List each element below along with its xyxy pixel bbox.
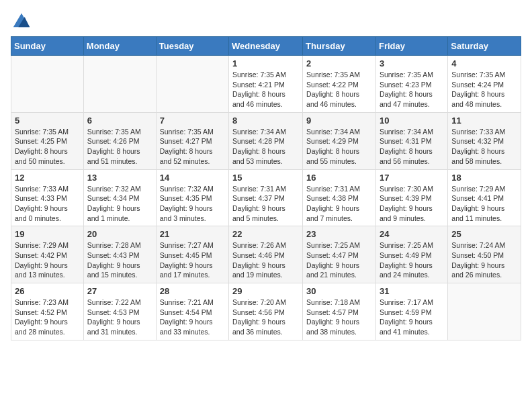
day-number: 24: [380, 229, 444, 239]
day-info: Sunrise: 7:35 AM Sunset: 4:27 PM Dayligh…: [160, 127, 225, 167]
day-info: Sunrise: 7:33 AM Sunset: 4:32 PM Dayligh…: [451, 127, 517, 167]
week-row-2: 5Sunrise: 7:35 AM Sunset: 4:25 PM Daylig…: [11, 112, 521, 169]
day-number: 19: [15, 229, 80, 239]
day-cell: 9Sunrise: 7:34 AM Sunset: 4:29 PM Daylig…: [303, 112, 376, 169]
day-number: 14: [160, 173, 225, 183]
day-header-tuesday: Tuesday: [156, 37, 228, 56]
day-cell: 29Sunrise: 7:20 AM Sunset: 4:56 PM Dayli…: [229, 283, 303, 340]
week-row-1: 1Sunrise: 7:35 AM Sunset: 4:21 PM Daylig…: [11, 56, 521, 113]
day-info: Sunrise: 7:18 AM Sunset: 4:57 PM Dayligh…: [306, 298, 372, 337]
day-info: Sunrise: 7:30 AM Sunset: 4:39 PM Dayligh…: [380, 184, 444, 224]
day-number: 29: [232, 286, 299, 296]
day-header-monday: Monday: [83, 37, 156, 56]
day-cell: 14Sunrise: 7:32 AM Sunset: 4:35 PM Dayli…: [156, 169, 228, 226]
day-cell: [448, 283, 521, 340]
day-number: 25: [451, 229, 517, 239]
day-cell: 26Sunrise: 7:23 AM Sunset: 4:52 PM Dayli…: [11, 283, 84, 340]
day-number: 21: [160, 229, 225, 239]
day-cell: 4Sunrise: 7:35 AM Sunset: 4:24 PM Daylig…: [448, 56, 521, 113]
day-info: Sunrise: 7:27 AM Sunset: 4:45 PM Dayligh…: [160, 240, 225, 280]
day-number: 30: [306, 286, 372, 296]
day-info: Sunrise: 7:17 AM Sunset: 4:59 PM Dayligh…: [380, 298, 444, 337]
day-info: Sunrise: 7:29 AM Sunset: 4:42 PM Dayligh…: [15, 240, 80, 280]
day-info: Sunrise: 7:34 AM Sunset: 4:29 PM Dayligh…: [306, 127, 372, 167]
day-number: 20: [87, 229, 152, 239]
day-header-sunday: Sunday: [11, 37, 84, 56]
day-info: Sunrise: 7:35 AM Sunset: 4:22 PM Dayligh…: [306, 70, 372, 109]
day-info: Sunrise: 7:34 AM Sunset: 4:31 PM Dayligh…: [380, 127, 444, 167]
day-number: 8: [232, 116, 299, 126]
day-cell: [83, 56, 156, 113]
day-cell: 6Sunrise: 7:35 AM Sunset: 4:26 PM Daylig…: [83, 112, 156, 169]
day-cell: 8Sunrise: 7:34 AM Sunset: 4:28 PM Daylig…: [229, 112, 303, 169]
day-number: 15: [232, 173, 299, 183]
day-number: 31: [380, 286, 444, 296]
day-info: Sunrise: 7:31 AM Sunset: 4:38 PM Dayligh…: [306, 184, 372, 224]
day-info: Sunrise: 7:22 AM Sunset: 4:53 PM Dayligh…: [87, 298, 152, 337]
day-number: 18: [451, 173, 517, 183]
day-info: Sunrise: 7:35 AM Sunset: 4:26 PM Dayligh…: [87, 127, 152, 167]
day-cell: 15Sunrise: 7:31 AM Sunset: 4:37 PM Dayli…: [229, 169, 303, 226]
day-info: Sunrise: 7:23 AM Sunset: 4:52 PM Dayligh…: [15, 298, 80, 337]
day-number: 3: [380, 58, 444, 68]
day-number: 26: [15, 286, 80, 296]
day-info: Sunrise: 7:25 AM Sunset: 4:47 PM Dayligh…: [306, 240, 372, 280]
day-cell: 18Sunrise: 7:29 AM Sunset: 4:41 PM Dayli…: [448, 169, 521, 226]
day-cell: 13Sunrise: 7:32 AM Sunset: 4:34 PM Dayli…: [83, 169, 156, 226]
day-cell: 16Sunrise: 7:31 AM Sunset: 4:38 PM Dayli…: [303, 169, 376, 226]
day-number: 4: [451, 58, 517, 68]
day-info: Sunrise: 7:20 AM Sunset: 4:56 PM Dayligh…: [232, 298, 299, 337]
day-number: 27: [87, 286, 152, 296]
week-row-5: 26Sunrise: 7:23 AM Sunset: 4:52 PM Dayli…: [11, 283, 521, 340]
day-cell: 30Sunrise: 7:18 AM Sunset: 4:57 PM Dayli…: [303, 283, 376, 340]
day-cell: [156, 56, 228, 113]
day-number: 23: [306, 229, 372, 239]
week-row-4: 19Sunrise: 7:29 AM Sunset: 4:42 PM Dayli…: [11, 226, 521, 283]
day-cell: 25Sunrise: 7:24 AM Sunset: 4:50 PM Dayli…: [448, 226, 521, 283]
day-number: 6: [87, 116, 152, 126]
day-info: Sunrise: 7:28 AM Sunset: 4:43 PM Dayligh…: [87, 240, 152, 280]
day-number: 16: [306, 173, 372, 183]
day-info: Sunrise: 7:24 AM Sunset: 4:50 PM Dayligh…: [451, 240, 517, 280]
day-cell: 22Sunrise: 7:26 AM Sunset: 4:46 PM Dayli…: [229, 226, 303, 283]
day-cell: 10Sunrise: 7:34 AM Sunset: 4:31 PM Dayli…: [375, 112, 447, 169]
day-cell: 21Sunrise: 7:27 AM Sunset: 4:45 PM Dayli…: [156, 226, 228, 283]
days-header-row: SundayMondayTuesdayWednesdayThursdayFrid…: [11, 37, 521, 56]
day-cell: 3Sunrise: 7:35 AM Sunset: 4:23 PM Daylig…: [375, 56, 447, 113]
day-header-wednesday: Wednesday: [229, 37, 303, 56]
day-cell: 5Sunrise: 7:35 AM Sunset: 4:25 PM Daylig…: [11, 112, 84, 169]
page-header: [11, 11, 521, 30]
day-cell: 19Sunrise: 7:29 AM Sunset: 4:42 PM Dayli…: [11, 226, 84, 283]
day-cell: 12Sunrise: 7:33 AM Sunset: 4:33 PM Dayli…: [11, 169, 84, 226]
day-header-friday: Friday: [375, 37, 447, 56]
logo: [11, 11, 31, 30]
day-info: Sunrise: 7:33 AM Sunset: 4:33 PM Dayligh…: [15, 184, 80, 224]
day-number: 17: [380, 173, 444, 183]
day-cell: 23Sunrise: 7:25 AM Sunset: 4:47 PM Dayli…: [303, 226, 376, 283]
day-number: 12: [15, 173, 80, 183]
day-cell: 2Sunrise: 7:35 AM Sunset: 4:22 PM Daylig…: [303, 56, 376, 113]
day-info: Sunrise: 7:34 AM Sunset: 4:28 PM Dayligh…: [232, 127, 299, 167]
day-info: Sunrise: 7:25 AM Sunset: 4:49 PM Dayligh…: [380, 240, 444, 280]
day-number: 10: [380, 116, 444, 126]
day-info: Sunrise: 7:32 AM Sunset: 4:34 PM Dayligh…: [87, 184, 152, 224]
day-info: Sunrise: 7:35 AM Sunset: 4:24 PM Dayligh…: [451, 70, 517, 109]
day-cell: 20Sunrise: 7:28 AM Sunset: 4:43 PM Dayli…: [83, 226, 156, 283]
day-number: 13: [87, 173, 152, 183]
day-info: Sunrise: 7:31 AM Sunset: 4:37 PM Dayligh…: [232, 184, 299, 224]
day-info: Sunrise: 7:26 AM Sunset: 4:46 PM Dayligh…: [232, 240, 299, 280]
week-row-3: 12Sunrise: 7:33 AM Sunset: 4:33 PM Dayli…: [11, 169, 521, 226]
day-cell: 28Sunrise: 7:21 AM Sunset: 4:54 PM Dayli…: [156, 283, 228, 340]
day-cell: 7Sunrise: 7:35 AM Sunset: 4:27 PM Daylig…: [156, 112, 228, 169]
day-number: 5: [15, 116, 80, 126]
calendar-table: SundayMondayTuesdayWednesdayThursdayFrid…: [11, 36, 521, 340]
day-cell: 1Sunrise: 7:35 AM Sunset: 4:21 PM Daylig…: [229, 56, 303, 113]
day-number: 9: [306, 116, 372, 126]
day-cell: 17Sunrise: 7:30 AM Sunset: 4:39 PM Dayli…: [375, 169, 447, 226]
day-number: 28: [160, 286, 225, 296]
day-header-saturday: Saturday: [448, 37, 521, 56]
day-info: Sunrise: 7:32 AM Sunset: 4:35 PM Dayligh…: [160, 184, 225, 224]
day-cell: 11Sunrise: 7:33 AM Sunset: 4:32 PM Dayli…: [448, 112, 521, 169]
day-header-thursday: Thursday: [303, 37, 376, 56]
day-number: 7: [160, 116, 225, 126]
